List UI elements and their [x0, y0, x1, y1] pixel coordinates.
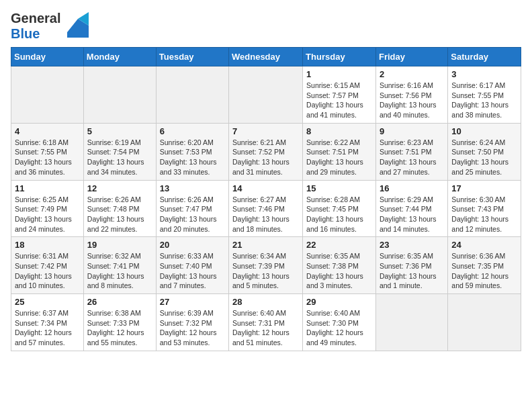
logo: General Blue — [11, 11, 89, 42]
day-number: 15 — [306, 183, 372, 193]
day-number: 10 — [451, 126, 517, 136]
day-number: 20 — [160, 240, 225, 250]
day-number: 23 — [380, 240, 444, 250]
calendar-cell: 9Sunrise: 6:23 AM Sunset: 7:51 PM Daylig… — [375, 123, 447, 180]
calendar-cell: 11Sunrise: 6:25 AM Sunset: 7:49 PM Dayli… — [11, 180, 84, 237]
calendar-cell: 23Sunrise: 6:35 AM Sunset: 7:36 PM Dayli… — [375, 237, 447, 294]
day-info: Sunrise: 6:36 AM Sunset: 7:35 PM Dayligh… — [451, 251, 517, 291]
day-info: Sunrise: 6:29 AM Sunset: 7:44 PM Dayligh… — [380, 195, 444, 234]
calendar-week-2: 4Sunrise: 6:18 AM Sunset: 7:55 PM Daylig… — [11, 123, 521, 180]
day-number: 7 — [232, 126, 299, 136]
day-info: Sunrise: 6:22 AM Sunset: 7:51 PM Dayligh… — [306, 138, 372, 177]
calendar-week-5: 25Sunrise: 6:37 AM Sunset: 7:34 PM Dayli… — [11, 294, 521, 351]
calendar-cell: 20Sunrise: 6:33 AM Sunset: 7:40 PM Dayli… — [156, 237, 228, 294]
weekday-header-wednesday: Wednesday — [229, 48, 303, 66]
day-info: Sunrise: 6:39 AM Sunset: 7:32 PM Dayligh… — [160, 308, 225, 348]
day-info: Sunrise: 6:26 AM Sunset: 7:47 PM Dayligh… — [160, 195, 225, 234]
weekday-header-tuesday: Tuesday — [156, 48, 228, 66]
day-number: 29 — [306, 297, 372, 307]
day-number: 18 — [15, 240, 80, 250]
day-info: Sunrise: 6:21 AM Sunset: 7:52 PM Dayligh… — [232, 138, 299, 177]
day-number: 19 — [87, 240, 152, 250]
calendar-cell: 21Sunrise: 6:34 AM Sunset: 7:39 PM Dayli… — [229, 237, 303, 294]
day-number: 14 — [232, 183, 299, 193]
day-number: 9 — [380, 126, 444, 136]
calendar-cell — [375, 294, 447, 351]
logo-blue: Blue — [11, 26, 60, 42]
calendar-cell: 29Sunrise: 6:40 AM Sunset: 7:30 PM Dayli… — [303, 294, 376, 351]
day-info: Sunrise: 6:28 AM Sunset: 7:45 PM Dayligh… — [306, 195, 372, 234]
weekday-header-sunday: Sunday — [11, 48, 84, 66]
day-info: Sunrise: 6:33 AM Sunset: 7:40 PM Dayligh… — [160, 251, 225, 291]
day-number: 26 — [87, 297, 152, 307]
day-number: 24 — [451, 240, 517, 250]
day-number: 27 — [160, 297, 225, 307]
weekday-header-saturday: Saturday — [448, 48, 521, 66]
day-info: Sunrise: 6:26 AM Sunset: 7:48 PM Dayligh… — [87, 195, 152, 234]
day-number: 6 — [160, 126, 225, 136]
calendar-cell: 10Sunrise: 6:24 AM Sunset: 7:50 PM Dayli… — [448, 123, 521, 180]
calendar-cell: 14Sunrise: 6:27 AM Sunset: 7:46 PM Dayli… — [229, 180, 303, 237]
day-info: Sunrise: 6:40 AM Sunset: 7:31 PM Dayligh… — [232, 308, 299, 348]
day-info: Sunrise: 6:17 AM Sunset: 7:55 PM Dayligh… — [451, 81, 517, 120]
calendar-cell: 12Sunrise: 6:26 AM Sunset: 7:48 PM Dayli… — [83, 180, 156, 237]
calendar-cell: 4Sunrise: 6:18 AM Sunset: 7:55 PM Daylig… — [11, 123, 84, 180]
calendar-cell: 6Sunrise: 6:20 AM Sunset: 7:53 PM Daylig… — [156, 123, 228, 180]
day-info: Sunrise: 6:25 AM Sunset: 7:49 PM Dayligh… — [15, 195, 80, 234]
day-number: 4 — [15, 126, 80, 136]
day-number: 28 — [232, 297, 299, 307]
calendar-cell: 18Sunrise: 6:31 AM Sunset: 7:42 PM Dayli… — [11, 237, 84, 294]
day-number: 1 — [306, 69, 372, 79]
day-info: Sunrise: 6:30 AM Sunset: 7:43 PM Dayligh… — [451, 195, 517, 234]
calendar-cell: 3Sunrise: 6:17 AM Sunset: 7:55 PM Daylig… — [448, 66, 521, 124]
day-info: Sunrise: 6:15 AM Sunset: 7:57 PM Dayligh… — [306, 81, 372, 120]
calendar-cell: 27Sunrise: 6:39 AM Sunset: 7:32 PM Dayli… — [156, 294, 228, 351]
day-number: 25 — [15, 297, 80, 307]
weekday-header-thursday: Thursday — [303, 48, 376, 66]
weekday-header-monday: Monday — [83, 48, 156, 66]
calendar-week-4: 18Sunrise: 6:31 AM Sunset: 7:42 PM Dayli… — [11, 237, 521, 294]
calendar-cell — [83, 66, 156, 124]
calendar-cell: 22Sunrise: 6:35 AM Sunset: 7:38 PM Dayli… — [303, 237, 376, 294]
day-number: 11 — [15, 183, 80, 193]
calendar-cell: 1Sunrise: 6:15 AM Sunset: 7:57 PM Daylig… — [303, 66, 376, 124]
day-info: Sunrise: 6:16 AM Sunset: 7:56 PM Dayligh… — [380, 81, 444, 120]
calendar-cell: 24Sunrise: 6:36 AM Sunset: 7:35 PM Dayli… — [448, 237, 521, 294]
day-number: 17 — [451, 183, 517, 193]
logo-icon — [63, 12, 89, 38]
day-info: Sunrise: 6:38 AM Sunset: 7:33 PM Dayligh… — [87, 308, 152, 348]
weekday-header-row: SundayMondayTuesdayWednesdayThursdayFrid… — [11, 48, 521, 66]
day-info: Sunrise: 6:31 AM Sunset: 7:42 PM Dayligh… — [15, 251, 80, 291]
page-header: General Blue — [11, 11, 521, 42]
calendar-cell: 5Sunrise: 6:19 AM Sunset: 7:54 PM Daylig… — [83, 123, 156, 180]
calendar-cell — [229, 66, 303, 124]
calendar-cell: 25Sunrise: 6:37 AM Sunset: 7:34 PM Dayli… — [11, 294, 84, 351]
day-info: Sunrise: 6:20 AM Sunset: 7:53 PM Dayligh… — [160, 138, 225, 177]
day-info: Sunrise: 6:19 AM Sunset: 7:54 PM Dayligh… — [87, 138, 152, 177]
day-number: 8 — [306, 126, 372, 136]
day-info: Sunrise: 6:27 AM Sunset: 7:46 PM Dayligh… — [232, 195, 299, 234]
calendar-cell: 26Sunrise: 6:38 AM Sunset: 7:33 PM Dayli… — [83, 294, 156, 351]
day-number: 2 — [380, 69, 444, 79]
calendar-week-3: 11Sunrise: 6:25 AM Sunset: 7:49 PM Dayli… — [11, 180, 521, 237]
calendar-cell: 7Sunrise: 6:21 AM Sunset: 7:52 PM Daylig… — [229, 123, 303, 180]
logo-general: General — [11, 11, 60, 26]
day-info: Sunrise: 6:35 AM Sunset: 7:36 PM Dayligh… — [380, 251, 444, 291]
day-info: Sunrise: 6:40 AM Sunset: 7:30 PM Dayligh… — [306, 308, 372, 348]
calendar-cell — [156, 66, 228, 124]
weekday-header-friday: Friday — [375, 48, 447, 66]
day-number: 22 — [306, 240, 372, 250]
day-info: Sunrise: 6:34 AM Sunset: 7:39 PM Dayligh… — [232, 251, 299, 291]
calendar-cell: 2Sunrise: 6:16 AM Sunset: 7:56 PM Daylig… — [375, 66, 447, 124]
day-number: 5 — [87, 126, 152, 136]
calendar-cell: 8Sunrise: 6:22 AM Sunset: 7:51 PM Daylig… — [303, 123, 376, 180]
calendar-cell: 17Sunrise: 6:30 AM Sunset: 7:43 PM Dayli… — [448, 180, 521, 237]
day-info: Sunrise: 6:23 AM Sunset: 7:51 PM Dayligh… — [380, 138, 444, 177]
calendar-cell: 28Sunrise: 6:40 AM Sunset: 7:31 PM Dayli… — [229, 294, 303, 351]
calendar-cell — [11, 66, 84, 124]
day-info: Sunrise: 6:32 AM Sunset: 7:41 PM Dayligh… — [87, 251, 152, 291]
day-number: 3 — [451, 69, 517, 79]
day-info: Sunrise: 6:18 AM Sunset: 7:55 PM Dayligh… — [15, 138, 80, 177]
calendar-cell: 19Sunrise: 6:32 AM Sunset: 7:41 PM Dayli… — [83, 237, 156, 294]
calendar-table: SundayMondayTuesdayWednesdayThursdayFrid… — [11, 47, 521, 351]
